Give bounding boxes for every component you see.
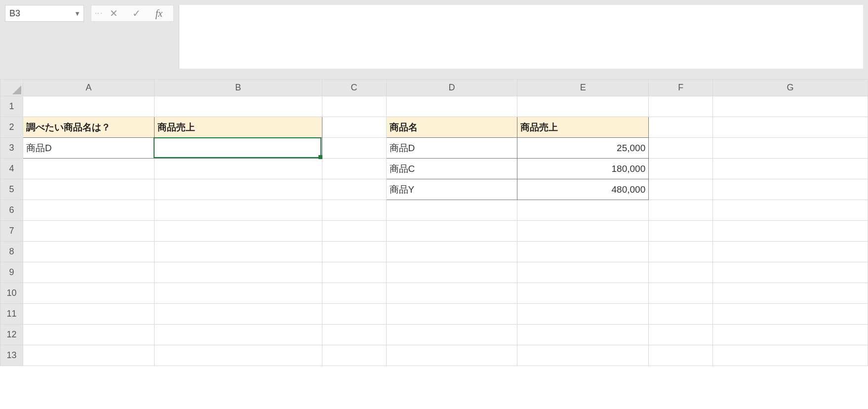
cell-F5[interactable]	[649, 179, 713, 200]
cell-F8[interactable]	[649, 242, 713, 262]
cell-E5[interactable]: 480,000	[517, 179, 649, 200]
cell-C7[interactable]	[322, 221, 386, 242]
cell-A1[interactable]	[23, 96, 154, 117]
col-header-E[interactable]: E	[517, 80, 649, 96]
cell-C3[interactable]	[322, 138, 386, 159]
cell-G8[interactable]	[713, 242, 868, 262]
cell-F11[interactable]	[649, 304, 713, 325]
cell-B11[interactable]	[154, 304, 322, 325]
cell-B9[interactable]	[154, 262, 322, 283]
cell-B6[interactable]	[154, 200, 322, 221]
cell-B4[interactable]	[154, 159, 322, 179]
cell-B12[interactable]	[154, 325, 322, 345]
cell-E11[interactable]	[517, 304, 649, 325]
cell-E3[interactable]: 25,000	[517, 138, 649, 159]
cell-A6[interactable]	[23, 200, 154, 221]
cell-B10[interactable]	[154, 283, 322, 304]
cell-A13[interactable]	[23, 345, 154, 366]
cell-A9[interactable]	[23, 262, 154, 283]
cell-C5[interactable]	[322, 179, 386, 200]
col-header-B[interactable]: B	[154, 80, 322, 96]
cell-E12[interactable]	[517, 325, 649, 345]
cell-A7[interactable]	[23, 221, 154, 242]
cell-G3[interactable]	[713, 138, 868, 159]
cell-D6[interactable]	[386, 200, 517, 221]
cell-C1[interactable]	[322, 96, 386, 117]
cell-F2[interactable]	[649, 117, 713, 138]
cell-D5[interactable]: 商品Y	[386, 179, 517, 200]
cell-D1[interactable]	[386, 96, 517, 117]
cell-E7[interactable]	[517, 221, 649, 242]
cell-D9[interactable]	[386, 262, 517, 283]
cell-B13[interactable]	[154, 345, 322, 366]
cell-G5[interactable]	[713, 179, 868, 200]
row-header-6[interactable]: 6	[0, 200, 23, 221]
row-header-11[interactable]: 11	[0, 304, 23, 325]
cell-E2[interactable]: 商品売上	[517, 117, 649, 138]
cell-A3[interactable]: 商品D	[23, 138, 154, 159]
cell-B3[interactable]	[154, 138, 322, 159]
row-header-3[interactable]: 3	[0, 138, 23, 159]
cell-B1[interactable]	[154, 96, 322, 117]
row-header-4[interactable]: 4	[0, 159, 23, 179]
cell-C11[interactable]	[322, 304, 386, 325]
col-header-A[interactable]: A	[23, 80, 154, 96]
cell-C4[interactable]	[322, 159, 386, 179]
row-header-7[interactable]: 7	[0, 221, 23, 242]
cell-C12[interactable]	[322, 325, 386, 345]
cell-B2[interactable]: 商品売上	[154, 117, 322, 138]
cell-F4[interactable]	[649, 159, 713, 179]
fx-button[interactable]: fx	[148, 5, 170, 21]
chevron-down-icon[interactable]: ▼	[74, 10, 80, 17]
cell-F12[interactable]	[649, 325, 713, 345]
cell-D10[interactable]	[386, 283, 517, 304]
row-header-10[interactable]: 10	[0, 283, 23, 304]
cell-G6[interactable]	[713, 200, 868, 221]
cell-G12[interactable]	[713, 325, 868, 345]
cell-C8[interactable]	[322, 242, 386, 262]
row-header-8[interactable]: 8	[0, 242, 23, 262]
cell-G9[interactable]	[713, 262, 868, 283]
row-header-5[interactable]: 5	[0, 179, 23, 200]
cell-F3[interactable]	[649, 138, 713, 159]
cell-E4[interactable]: 180,000	[517, 159, 649, 179]
cell-D13[interactable]	[386, 345, 517, 366]
cell-A2[interactable]: 調べたい商品名は？	[23, 117, 154, 138]
formula-input[interactable]	[179, 5, 863, 69]
cell-G1[interactable]	[713, 96, 868, 117]
row-header-12[interactable]: 12	[0, 325, 23, 345]
row-header-1[interactable]: 1	[0, 96, 23, 117]
cell-E9[interactable]	[517, 262, 649, 283]
cell-D12[interactable]	[386, 325, 517, 345]
enter-formula-button[interactable]: ✓	[125, 5, 148, 21]
cell-D11[interactable]	[386, 304, 517, 325]
col-header-C[interactable]: C	[322, 80, 386, 96]
cell-B7[interactable]	[154, 221, 322, 242]
cell-A4[interactable]	[23, 159, 154, 179]
cell-D3[interactable]: 商品D	[386, 138, 517, 159]
name-box[interactable]: B3 ▼	[5, 5, 84, 22]
row-header-2[interactable]: 2	[0, 117, 23, 138]
select-all-corner[interactable]	[0, 80, 23, 96]
col-header-D[interactable]: D	[386, 80, 517, 96]
cell-A12[interactable]	[23, 325, 154, 345]
cell-D4[interactable]: 商品C	[386, 159, 517, 179]
cell-F13[interactable]	[649, 345, 713, 366]
drag-handle-icon[interactable]: ⋮	[94, 9, 102, 17]
cell-A11[interactable]	[23, 304, 154, 325]
cell-F6[interactable]	[649, 200, 713, 221]
cell-E1[interactable]	[517, 96, 649, 117]
cell-G2[interactable]	[713, 117, 868, 138]
cell-C6[interactable]	[322, 200, 386, 221]
row-header-13[interactable]: 13	[0, 345, 23, 366]
cell-D8[interactable]	[386, 242, 517, 262]
cell-F9[interactable]	[649, 262, 713, 283]
cell-A8[interactable]	[23, 242, 154, 262]
cell-G4[interactable]	[713, 159, 868, 179]
cell-E13[interactable]	[517, 345, 649, 366]
cell-F10[interactable]	[649, 283, 713, 304]
cell-C2[interactable]	[322, 117, 386, 138]
cell-C13[interactable]	[322, 345, 386, 366]
cell-D2[interactable]: 商品名	[386, 117, 517, 138]
cell-A5[interactable]	[23, 179, 154, 200]
